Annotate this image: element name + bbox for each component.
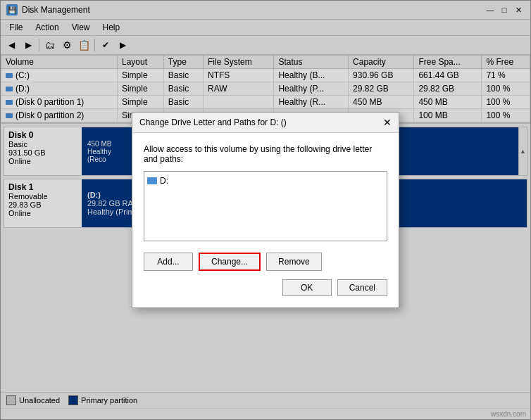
remove-button[interactable]: Remove — [266, 253, 322, 271]
dialog-body: Allow access to this volume by using the… — [132, 133, 399, 307]
dialog-confirm-buttons: OK Cancel — [144, 279, 387, 296]
dialog-close-button[interactable]: ✕ — [383, 117, 392, 128]
change-button[interactable]: Change... — [199, 253, 261, 271]
cancel-button[interactable]: Cancel — [337, 279, 387, 296]
dialog-title: Change Drive Letter and Paths for D: () — [139, 117, 287, 127]
change-drive-dialog: Change Drive Letter and Paths for D: () … — [132, 112, 399, 308]
listbox-item-label: D: — [160, 176, 168, 186]
dialog-listbox[interactable]: D: — [144, 171, 387, 241]
dialog-action-buttons: Add... Change... Remove — [144, 253, 387, 271]
drive-icon — [147, 177, 157, 184]
listbox-item-d[interactable]: D: — [147, 174, 384, 187]
ok-button[interactable]: OK — [282, 279, 332, 296]
dialog-description: Allow access to this volume by using the… — [144, 144, 387, 164]
dialog-overlay: Change Drive Letter and Paths for D: () … — [1, 55, 530, 419]
add-button[interactable]: Add... — [144, 253, 193, 271]
dialog-titlebar: Change Drive Letter and Paths for D: () … — [132, 113, 399, 133]
